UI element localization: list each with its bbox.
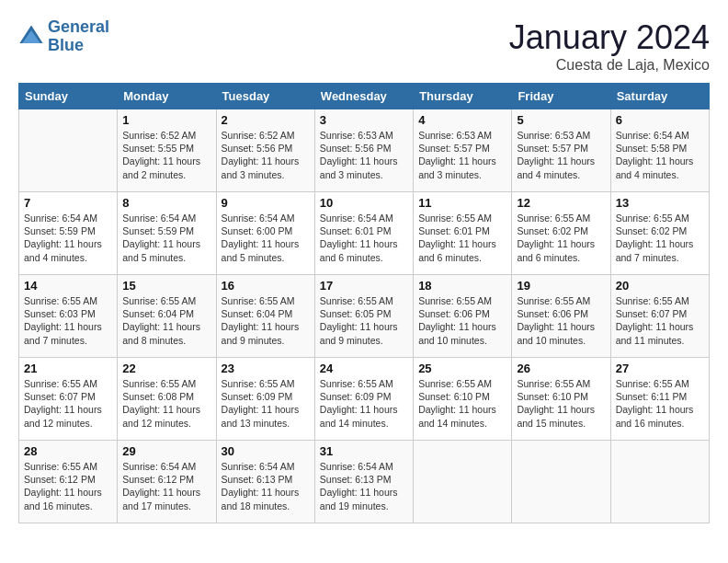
calendar-cell: 13Sunrise: 6:55 AMSunset: 6:02 PMDayligh… xyxy=(610,192,709,275)
day-number: 20 xyxy=(616,279,704,293)
day-info: Sunrise: 6:54 AMSunset: 6:01 PMDaylight:… xyxy=(320,212,408,264)
logo-line2: Blue xyxy=(48,36,84,54)
day-number: 25 xyxy=(418,362,506,375)
day-info: Sunrise: 6:55 AMSunset: 6:06 PMDaylight:… xyxy=(418,294,506,347)
day-info: Sunrise: 6:55 AMSunset: 6:04 PMDaylight:… xyxy=(122,294,210,347)
calendar-cell: 4Sunrise: 6:53 AMSunset: 5:57 PMDaylight… xyxy=(414,109,512,192)
day-info: Sunrise: 6:53 AMSunset: 5:57 PMDaylight:… xyxy=(517,129,605,181)
header-day-friday: Friday xyxy=(512,84,610,109)
header-day-wednesday: Wednesday xyxy=(314,84,413,109)
header-day-monday: Monday xyxy=(118,84,216,109)
calendar-header: SundayMondayTuesdayWednesdayThursdayFrid… xyxy=(19,84,710,109)
day-info: Sunrise: 6:55 AMSunset: 6:08 PMDaylight:… xyxy=(122,377,210,430)
day-info: Sunrise: 6:55 AMSunset: 6:01 PMDaylight:… xyxy=(418,212,506,264)
week-row-3: 14Sunrise: 6:55 AMSunset: 6:03 PMDayligh… xyxy=(19,275,710,358)
calendar-cell: 1Sunrise: 6:52 AMSunset: 5:55 PMDaylight… xyxy=(118,109,216,192)
header-day-thursday: Thursday xyxy=(414,84,512,109)
day-number: 12 xyxy=(517,196,605,210)
day-info: Sunrise: 6:55 AMSunset: 6:07 PMDaylight:… xyxy=(616,294,704,347)
day-info: Sunrise: 6:54 AMSunset: 6:12 PMDaylight:… xyxy=(122,460,210,512)
day-info: Sunrise: 6:55 AMSunset: 6:09 PMDaylight:… xyxy=(320,377,408,430)
day-info: Sunrise: 6:55 AMSunset: 6:12 PMDaylight:… xyxy=(24,460,112,512)
page-header: General Blue January 2024 Cuesta de Laja… xyxy=(18,18,710,74)
calendar-cell xyxy=(512,441,610,523)
calendar-cell: 6Sunrise: 6:54 AMSunset: 5:58 PMDaylight… xyxy=(610,109,709,192)
day-number: 22 xyxy=(122,362,210,375)
day-info: Sunrise: 6:54 AMSunset: 6:13 PMDaylight:… xyxy=(320,460,408,512)
calendar-cell: 29Sunrise: 6:54 AMSunset: 6:12 PMDayligh… xyxy=(118,441,216,523)
day-number: 1 xyxy=(122,113,210,127)
day-number: 10 xyxy=(320,196,408,210)
day-info: Sunrise: 6:55 AMSunset: 6:02 PMDaylight:… xyxy=(517,212,605,264)
day-info: Sunrise: 6:55 AMSunset: 6:02 PMDaylight:… xyxy=(616,212,704,264)
day-number: 13 xyxy=(616,196,704,210)
logo-text: General Blue xyxy=(48,18,109,55)
title-section: January 2024 Cuesta de Laja, Mexico xyxy=(509,18,710,74)
day-number: 26 xyxy=(517,362,605,375)
calendar-cell: 2Sunrise: 6:52 AMSunset: 5:56 PMDaylight… xyxy=(216,109,314,192)
calendar-cell: 18Sunrise: 6:55 AMSunset: 6:06 PMDayligh… xyxy=(414,275,512,358)
calendar-body: 1Sunrise: 6:52 AMSunset: 5:55 PMDaylight… xyxy=(19,109,710,523)
calendar-cell: 20Sunrise: 6:55 AMSunset: 6:07 PMDayligh… xyxy=(610,275,709,358)
calendar-cell: 15Sunrise: 6:55 AMSunset: 6:04 PMDayligh… xyxy=(118,275,216,358)
calendar-cell: 22Sunrise: 6:55 AMSunset: 6:08 PMDayligh… xyxy=(118,358,216,441)
day-info: Sunrise: 6:55 AMSunset: 6:06 PMDaylight:… xyxy=(517,294,605,347)
calendar-cell: 28Sunrise: 6:55 AMSunset: 6:12 PMDayligh… xyxy=(19,441,118,523)
day-number: 23 xyxy=(222,362,310,375)
day-info: Sunrise: 6:54 AMSunset: 5:58 PMDaylight:… xyxy=(616,129,704,181)
header-day-saturday: Saturday xyxy=(610,84,709,109)
day-info: Sunrise: 6:55 AMSunset: 6:03 PMDaylight:… xyxy=(24,294,112,347)
day-number: 4 xyxy=(418,113,506,127)
week-row-2: 7Sunrise: 6:54 AMSunset: 5:59 PMDaylight… xyxy=(19,192,710,275)
day-number: 7 xyxy=(24,196,112,210)
week-row-5: 28Sunrise: 6:55 AMSunset: 6:12 PMDayligh… xyxy=(19,441,710,523)
logo: General Blue xyxy=(18,18,109,55)
day-number: 2 xyxy=(222,113,310,127)
calendar-cell: 8Sunrise: 6:54 AMSunset: 5:59 PMDaylight… xyxy=(118,192,216,275)
day-info: Sunrise: 6:55 AMSunset: 6:07 PMDaylight:… xyxy=(24,377,112,430)
day-number: 17 xyxy=(320,279,408,293)
day-info: Sunrise: 6:53 AMSunset: 5:56 PMDaylight:… xyxy=(320,129,408,181)
calendar-cell: 12Sunrise: 6:55 AMSunset: 6:02 PMDayligh… xyxy=(512,192,610,275)
day-info: Sunrise: 6:55 AMSunset: 6:11 PMDaylight:… xyxy=(616,377,704,430)
day-number: 3 xyxy=(320,113,408,127)
day-info: Sunrise: 6:55 AMSunset: 6:10 PMDaylight:… xyxy=(418,377,506,430)
calendar-cell: 5Sunrise: 6:53 AMSunset: 5:57 PMDaylight… xyxy=(512,109,610,192)
day-number: 27 xyxy=(616,362,704,375)
calendar-cell xyxy=(610,441,709,523)
week-row-1: 1Sunrise: 6:52 AMSunset: 5:55 PMDaylight… xyxy=(19,109,710,192)
day-info: Sunrise: 6:54 AMSunset: 6:13 PMDaylight:… xyxy=(222,460,310,512)
calendar-cell: 21Sunrise: 6:55 AMSunset: 6:07 PMDayligh… xyxy=(19,358,118,441)
calendar-cell: 24Sunrise: 6:55 AMSunset: 6:09 PMDayligh… xyxy=(314,358,413,441)
calendar-cell xyxy=(19,109,118,192)
calendar-table: SundayMondayTuesdayWednesdayThursdayFrid… xyxy=(18,83,710,523)
day-number: 28 xyxy=(24,444,112,458)
day-info: Sunrise: 6:55 AMSunset: 6:04 PMDaylight:… xyxy=(222,294,310,347)
calendar-cell: 26Sunrise: 6:55 AMSunset: 6:10 PMDayligh… xyxy=(512,358,610,441)
calendar-cell xyxy=(414,441,512,523)
calendar-cell: 30Sunrise: 6:54 AMSunset: 6:13 PMDayligh… xyxy=(216,441,314,523)
calendar-cell: 9Sunrise: 6:54 AMSunset: 6:00 PMDaylight… xyxy=(216,192,314,275)
week-row-4: 21Sunrise: 6:55 AMSunset: 6:07 PMDayligh… xyxy=(19,358,710,441)
calendar-cell: 11Sunrise: 6:55 AMSunset: 6:01 PMDayligh… xyxy=(414,192,512,275)
day-info: Sunrise: 6:54 AMSunset: 6:00 PMDaylight:… xyxy=(222,212,310,264)
day-number: 31 xyxy=(320,444,408,458)
day-number: 21 xyxy=(24,362,112,375)
calendar-cell: 23Sunrise: 6:55 AMSunset: 6:09 PMDayligh… xyxy=(216,358,314,441)
day-number: 8 xyxy=(122,196,210,210)
header-day-tuesday: Tuesday xyxy=(216,84,314,109)
calendar-cell: 14Sunrise: 6:55 AMSunset: 6:03 PMDayligh… xyxy=(19,275,118,358)
header-row: SundayMondayTuesdayWednesdayThursdayFrid… xyxy=(19,84,710,109)
day-info: Sunrise: 6:52 AMSunset: 5:56 PMDaylight:… xyxy=(222,129,310,181)
day-number: 15 xyxy=(122,279,210,293)
calendar-subtitle: Cuesta de Laja, Mexico xyxy=(509,57,710,74)
day-number: 5 xyxy=(517,113,605,127)
day-number: 11 xyxy=(418,196,506,210)
day-info: Sunrise: 6:52 AMSunset: 5:55 PMDaylight:… xyxy=(122,129,210,181)
calendar-title: January 2024 xyxy=(509,18,710,57)
calendar-cell: 19Sunrise: 6:55 AMSunset: 6:06 PMDayligh… xyxy=(512,275,610,358)
day-number: 19 xyxy=(517,279,605,293)
day-number: 29 xyxy=(122,444,210,458)
day-info: Sunrise: 6:54 AMSunset: 5:59 PMDaylight:… xyxy=(24,212,112,264)
day-info: Sunrise: 6:53 AMSunset: 5:57 PMDaylight:… xyxy=(418,129,506,181)
